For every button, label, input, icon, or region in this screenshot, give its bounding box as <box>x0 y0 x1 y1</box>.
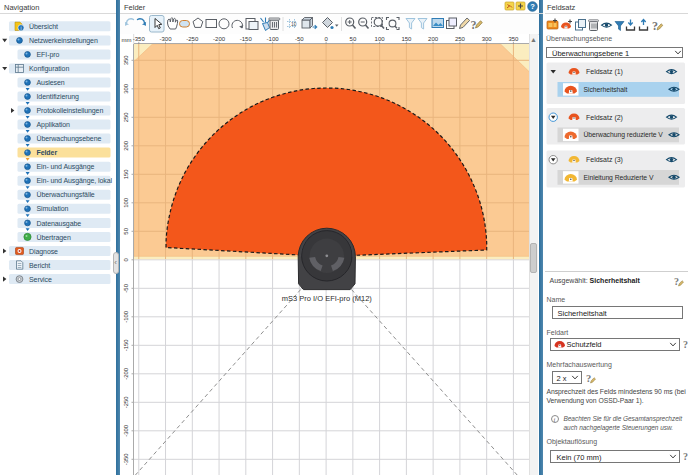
svg-text:-200: -200 <box>213 36 226 42</box>
svg-text:?: ? <box>530 2 535 11</box>
svg-text:-100: -100 <box>266 36 279 42</box>
svg-text:-100: -100 <box>123 310 129 323</box>
svg-text:mS3 Pro I/O EFI-pro (M12): mS3 Pro I/O EFI-pro (M12) <box>281 293 372 302</box>
svg-text:Datenausgabe: Datenausgabe <box>37 220 82 228</box>
svg-text:Konfiguration: Konfiguration <box>29 65 69 73</box>
svg-text:?: ? <box>586 373 591 384</box>
svg-text:350: 350 <box>123 54 129 65</box>
svg-text:-50: -50 <box>294 36 303 42</box>
svg-text:-250: -250 <box>123 395 129 408</box>
svg-text:-350: -350 <box>123 452 129 465</box>
svg-text:300: 300 <box>123 83 129 94</box>
svg-text:300: 300 <box>481 36 492 42</box>
svg-text:200: 200 <box>123 140 129 151</box>
svg-text:-300: -300 <box>123 424 129 437</box>
svg-text:Feldsatz (1): Feldsatz (1) <box>586 68 623 76</box>
svg-text:-150: -150 <box>239 36 252 42</box>
svg-text:Auslesen: Auslesen <box>37 79 65 86</box>
svg-text:-250: -250 <box>186 36 199 42</box>
svg-text:Diagnose: Diagnose <box>29 248 58 256</box>
svg-text:?: ? <box>652 19 658 33</box>
svg-text:Service: Service <box>29 276 52 283</box>
svg-text:EFI-pro: EFI-pro <box>37 51 60 59</box>
svg-text:Übertragen: Übertragen <box>37 234 71 242</box>
svg-text:Applikation: Applikation <box>37 121 71 129</box>
svg-text:Übersicht: Übersicht <box>29 23 58 30</box>
svg-text:150: 150 <box>123 168 129 179</box>
svg-text:100: 100 <box>123 197 129 208</box>
svg-text:50: 50 <box>349 36 356 42</box>
svg-text:Feldsatz (2): Feldsatz (2) <box>586 114 623 122</box>
svg-text:Ein- und Ausgänge, lokal: Ein- und Ausgänge, lokal <box>37 177 113 185</box>
svg-text:Bericht: Bericht <box>29 262 50 269</box>
svg-text:150: 150 <box>401 36 412 42</box>
svg-text:Feldsatz (3): Feldsatz (3) <box>586 156 623 164</box>
svg-text:Protokolleinstellungen: Protokolleinstellungen <box>37 107 104 115</box>
svg-text:Ein- und Ausgänge: Ein- und Ausgänge <box>37 163 95 171</box>
svg-text:-200: -200 <box>123 367 129 380</box>
svg-text:Identifizierung: Identifizierung <box>37 93 80 101</box>
svg-text:250: 250 <box>454 36 465 42</box>
svg-text:200: 200 <box>428 36 439 42</box>
svg-text:?: ? <box>674 276 679 287</box>
svg-text:-50: -50 <box>123 283 129 292</box>
svg-text:?: ? <box>470 17 476 31</box>
svg-text:100: 100 <box>374 36 385 42</box>
svg-text:?: ? <box>683 339 688 350</box>
svg-text:250: 250 <box>123 111 129 122</box>
svg-text:?: ? <box>683 451 688 462</box>
svg-text:i: i <box>21 26 22 31</box>
svg-text:350: 350 <box>508 36 519 42</box>
svg-text:Einleitung Reduzierte V: Einleitung Reduzierte V <box>583 174 653 182</box>
svg-text:Felder: Felder <box>37 149 58 156</box>
svg-text:Überwachungsfälle: Überwachungsfälle <box>37 191 95 199</box>
svg-text:-150: -150 <box>123 338 129 351</box>
svg-text:Simulation: Simulation <box>37 205 69 212</box>
svg-text:10: 10 <box>291 20 297 26</box>
svg-text:Überwachung reduzierte V: Überwachung reduzierte V <box>583 131 663 139</box>
svg-text:Netzwerkeinstellungen: Netzwerkeinstellungen <box>29 37 98 45</box>
svg-text:Sicherheitshalt: Sicherheitshalt <box>583 86 627 93</box>
svg-text:50: 50 <box>123 227 129 234</box>
svg-text:mm: mm <box>121 37 131 43</box>
svg-text:-300: -300 <box>159 36 172 42</box>
svg-text:Überwachungsebene: Überwachungsebene <box>37 135 102 143</box>
svg-text:-350: -350 <box>132 36 145 42</box>
